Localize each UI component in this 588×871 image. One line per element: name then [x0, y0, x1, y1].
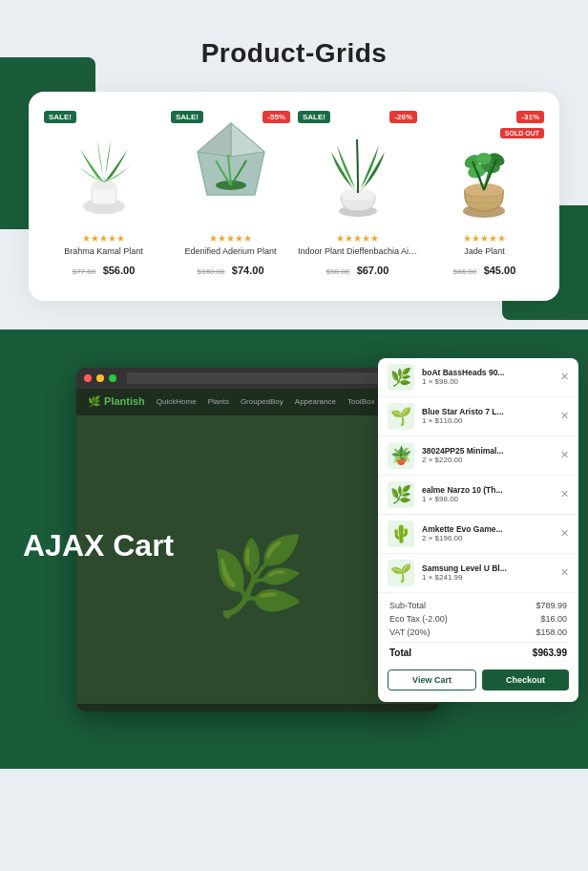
product-stars-2: ★★★★★	[171, 233, 290, 244]
badge-sold-out-4: SOLD OUT	[500, 128, 544, 138]
product-image-wrap-3: Sale! -26%	[298, 111, 417, 225]
cart-item-img-5: 🌵	[388, 520, 414, 547]
cart-item-qty-5: 2 × $196.00	[422, 534, 553, 542]
product-grids-section: Product-Grids Sale!	[0, 0, 588, 329]
cart-item-name-4: ealme Narzo 10 (Th...	[422, 485, 553, 495]
cart-item-img-3: 🪴	[388, 442, 414, 469]
cart-item-img-2: 🌱	[388, 403, 414, 430]
cart-item-remove-6[interactable]: ✕	[560, 566, 569, 579]
cart-item-info-3: 38024PP25 Minimal... 2 × $220.00	[422, 446, 553, 464]
badge-discount-4: -31%	[516, 111, 544, 123]
product-name-1: Brahma Kamal Plant	[44, 246, 163, 257]
product-card-4[interactable]: -31% SOLD OUT	[425, 111, 544, 286]
vat-value: $158.00	[536, 627, 567, 637]
cart-item-5: 🌵 Amkette Evo Game... 2 × $196.00 ✕	[378, 515, 578, 554]
cart-item-6: 🌱 Samsung Level U Bl... 1 × $241.99 ✕	[378, 554, 578, 593]
nav-link-4: Appearance	[295, 397, 336, 406]
nav-link-2: Plants	[208, 397, 229, 406]
product-grid-card: Sale!	[29, 92, 559, 301]
cart-item-qty-6: 1 × $241.99	[422, 573, 553, 582]
cart-item-remove-1[interactable]: ✕	[560, 371, 569, 383]
product-price-3: $67.00	[357, 265, 389, 276]
product-name-2: Edenified Aderium Plant	[171, 246, 290, 257]
cart-item-img-4: 🌿	[388, 481, 414, 508]
ajax-cart-section: AJAX Cart 🌿 Plantish QuickHome Plants Gr…	[0, 329, 588, 769]
cart-item-img-6: 🌱	[388, 560, 414, 586]
nav-link-5: ToolBox	[347, 397, 374, 406]
svg-point-2	[92, 181, 116, 190]
product-old-price-3: $90.00	[326, 267, 349, 276]
product-price-4: $45.00	[484, 265, 516, 276]
product-stars-1: ★★★★★	[44, 233, 163, 244]
cart-item-remove-3[interactable]: ✕	[560, 449, 569, 461]
cart-item-remove-2[interactable]: ✕	[560, 410, 569, 422]
total-value: $963.99	[533, 648, 567, 658]
product-price-1: $56.00	[103, 265, 136, 276]
product-card-1[interactable]: Sale!	[44, 111, 163, 286]
plant-img-2	[193, 111, 269, 225]
cart-item-img-1: 🌿	[388, 364, 414, 391]
svg-marker-5	[198, 123, 231, 157]
svg-marker-4	[231, 123, 264, 157]
view-cart-button[interactable]: View Cart	[388, 669, 476, 690]
product-stars-3: ★★★★★	[298, 233, 417, 244]
product-card-3[interactable]: Sale! -26%	[298, 111, 417, 286]
cart-item-qty-1: 1 × $98.00	[422, 377, 553, 386]
cart-item-3: 🪴 38024PP25 Minimal... 2 × $220.00 ✕	[378, 436, 578, 476]
ajax-cart-label: AJAX Cart	[23, 529, 174, 563]
cart-item-info-2: Blue Star Aristo 7 L... 1 × $110.00	[422, 407, 553, 425]
badge-sale-2: Sale!	[171, 111, 203, 123]
browser-dot-minimize	[96, 374, 104, 382]
nav-link-3: GroupedBoy	[241, 397, 284, 406]
product-name-3: Indoor Plant Dieffenbachia Air Purifying…	[298, 246, 417, 257]
cart-item-name-6: Samsung Level U Bl...	[422, 563, 553, 573]
cart-item-name-5: Amkette Evo Game...	[422, 524, 553, 534]
cart-item-name-2: Blue Star Aristo 7 L...	[422, 407, 553, 416]
cart-item-qty-4: 1 × $98.00	[422, 495, 553, 503]
total-label: Total	[389, 648, 411, 658]
product-pricing-4: $66.00 $45.00	[425, 261, 544, 278]
cart-item-info-1: boAt BassHeads 90... 1 × $98.00	[422, 368, 553, 386]
badge-sale-3: Sale!	[298, 111, 330, 123]
nav-link-1: QuickHome	[157, 397, 197, 406]
product-stars-4: ★★★★★	[425, 233, 544, 244]
cart-item-info-5: Amkette Evo Game... 2 × $196.00	[422, 524, 553, 542]
vat-label: VAT (20%)	[389, 627, 430, 637]
cart-vat-row: VAT (20%) $158.00	[389, 626, 567, 639]
hero-bottom-bar: Plants Modern Plant	[76, 704, 439, 712]
subtotal-label: Sub-Total	[389, 601, 426, 610]
product-old-price-2: $160.00	[197, 267, 224, 276]
badge-sale-1: Sale!	[44, 111, 76, 123]
product-grid: Sale!	[44, 111, 544, 286]
product-price-2: $74.00	[232, 265, 264, 276]
product-image-wrap-1: Sale!	[44, 111, 163, 225]
cart-item-info-6: Samsung Level U Bl... 1 × $241.99	[422, 563, 553, 582]
nav-logo: 🌿 Plantish	[88, 395, 145, 408]
product-old-price-1: $77.00	[73, 267, 95, 276]
cart-item-qty-2: 1 × $110.00	[422, 416, 553, 425]
cart-totals: Sub-Total $789.99 Eco Tax (-2.00) $16.00…	[378, 593, 578, 662]
product-pricing-3: $90.00 $67.00	[298, 261, 417, 278]
cart-item-remove-4[interactable]: ✕	[560, 488, 569, 500]
plant-img-1	[71, 111, 137, 225]
cart-item-qty-3: 2 × $220.00	[422, 456, 553, 464]
product-image-wrap-4: -31% SOLD OUT	[425, 111, 544, 225]
browser-dot-maximize	[109, 374, 116, 382]
product-card-2[interactable]: Sale! -55%	[171, 111, 290, 286]
cart-item-name-3: 38024PP25 Minimal...	[422, 446, 553, 456]
cart-ecotax-row: Eco Tax (-2.00) $16.00	[389, 612, 567, 626]
ecotax-value: $16.00	[540, 614, 567, 624]
hero-plant-decor: 🌿	[210, 532, 305, 622]
subtotal-value: $789.99	[536, 601, 567, 610]
cart-item-remove-5[interactable]: ✕	[560, 527, 569, 540]
product-pricing-1: $77.00 $56.00	[44, 261, 163, 278]
cart-item-4: 🌿 ealme Narzo 10 (Th... 1 × $98.00 ✕	[378, 476, 578, 515]
browser-dot-close	[84, 374, 92, 382]
badge-discount-3: -26%	[389, 111, 417, 123]
cart-item-info-4: ealme Narzo 10 (Th... 1 × $98.00	[422, 485, 553, 503]
cart-item-1: 🌿 boAt BassHeads 90... 1 × $98.00 ✕	[378, 358, 578, 397]
checkout-button[interactable]: Checkout	[482, 669, 569, 690]
cart-subtotal-row: Sub-Total $789.99	[389, 599, 567, 612]
product-pricing-2: $160.00 $74.00	[171, 261, 290, 278]
page-title: Product-Grids	[29, 38, 559, 69]
